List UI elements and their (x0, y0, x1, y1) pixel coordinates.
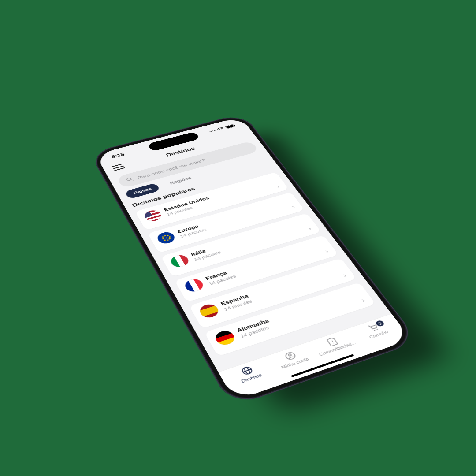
svg-point-5 (241, 366, 253, 375)
nav-label: Carrinho (368, 329, 389, 339)
globe-icon (240, 365, 254, 376)
flag-icon (168, 253, 191, 269)
svg-line-10 (332, 341, 333, 342)
destination-name: França (204, 268, 234, 281)
wifi-icon (216, 126, 225, 131)
nav-destinos[interactable]: Destinos (223, 360, 282, 400)
svg-point-13 (376, 329, 378, 330)
flag-icon (142, 209, 164, 223)
svg-line-7 (243, 369, 251, 372)
nav-compatibilidade[interactable]: Compatibilidad... (309, 331, 368, 369)
cellular-dots-icon (208, 130, 216, 132)
chevron-right-icon: › (323, 248, 330, 255)
svg-point-3 (126, 177, 132, 181)
flag-icon (197, 302, 221, 320)
chevron-right-icon: › (341, 272, 348, 279)
svg-point-11 (333, 342, 335, 343)
nav-label: Destinos (240, 372, 262, 383)
destination-sub: 14 pacotes (208, 274, 237, 286)
flag-icon (155, 231, 177, 245)
destination-card[interactable]: Alemanha14 pacotes› (205, 282, 376, 356)
menu-button[interactable] (112, 164, 126, 171)
status-time: 6:18 (111, 152, 125, 159)
destination-card[interactable]: Espanha14 pacotes› (189, 258, 357, 329)
chevron-right-icon: › (360, 297, 367, 304)
destination-sub: 14 pacotes (223, 298, 253, 312)
user-icon (283, 350, 298, 361)
sim-icon (325, 336, 340, 347)
svg-point-8 (284, 351, 297, 360)
bottom-nav: Destinos Minha conta Compatibilidad... (218, 313, 411, 401)
destination-sub: 14 pacotes (239, 324, 274, 339)
destination-sub: 14 pacotes (193, 250, 222, 262)
svg-point-6 (244, 367, 251, 374)
phone-mockup: 6:18 Desti (89, 113, 419, 407)
destination-card[interactable]: França14 pacotes› (175, 235, 338, 302)
destination-name: Itália (190, 245, 219, 257)
nav-label: Compatibilidad... (318, 340, 357, 357)
cart-icon (366, 323, 381, 333)
search-icon (125, 176, 135, 183)
destination-name: Espanha (219, 293, 250, 306)
flag-icon (182, 277, 205, 294)
svg-point-9 (288, 353, 291, 356)
cart-badge: 0 (375, 320, 385, 327)
flag-icon (213, 329, 237, 347)
home-indicator (291, 354, 354, 377)
destination-name: Alemanha (235, 318, 270, 334)
nav-minha-conta[interactable]: Minha conta (267, 345, 325, 384)
svg-point-12 (374, 330, 376, 331)
svg-rect-1 (226, 125, 234, 128)
nav-carrinho[interactable]: 0 Carrinho (351, 317, 409, 355)
battery-icon (225, 124, 236, 129)
nav-label: Minha conta (280, 357, 310, 370)
